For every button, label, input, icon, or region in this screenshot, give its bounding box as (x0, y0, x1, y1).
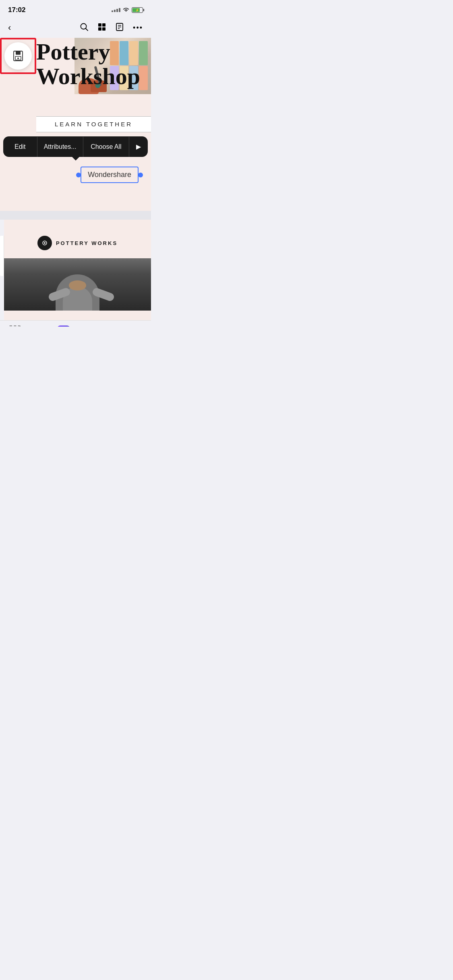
svg-line-1 (86, 28, 88, 31)
context-more-button[interactable]: ▶ (129, 136, 148, 157)
add-text-toolbar: T Add Text ↩ (0, 320, 151, 327)
canvas-page2: POTTERY WORKS (4, 220, 151, 320)
selected-text-area: Wondershare (76, 167, 143, 183)
battery-icon: ⚡ (132, 7, 143, 13)
signal-icon (112, 8, 120, 12)
grid-view-icon[interactable] (97, 23, 106, 33)
svg-rect-4 (98, 27, 101, 31)
svg-rect-2 (98, 23, 101, 27)
svg-rect-5 (102, 27, 105, 31)
context-attributes-button[interactable]: Attributes... (37, 137, 83, 157)
left-page-edge (0, 236, 4, 276)
brand-name-text: POTTERY WORKS (56, 240, 118, 246)
page-separator (0, 211, 151, 220)
back-button[interactable]: ‹ (8, 23, 11, 33)
learn-together-banner: LEARN TOGETHER (36, 116, 151, 132)
status-bar: 17:02 ⚡ (0, 0, 151, 18)
status-time: 17:02 (8, 6, 25, 14)
save-button[interactable] (4, 42, 32, 70)
svg-rect-11 (16, 51, 21, 55)
notes-icon[interactable] (115, 23, 124, 33)
selection-tool-button[interactable] (8, 325, 21, 327)
logo-icon (37, 236, 52, 250)
toolbar: ‹ ••• (0, 18, 151, 38)
pottery-title: Pottery Workshop (36, 40, 140, 89)
context-menu-tail (72, 157, 79, 161)
search-icon[interactable] (80, 23, 89, 33)
wifi-icon (123, 7, 129, 13)
status-icons: ⚡ (112, 7, 143, 13)
selected-text-box: Wondershare (81, 167, 139, 183)
learn-together-text: LEARN TOGETHER (55, 121, 132, 128)
svg-rect-3 (102, 23, 105, 27)
more-options-icon[interactable]: ••• (133, 24, 143, 32)
handle-left[interactable] (76, 173, 81, 177)
add-text-icon: T (57, 325, 70, 327)
toolbar-right: ••• (80, 23, 143, 33)
svg-point-13 (17, 58, 19, 59)
add-text-button[interactable]: T Add Text (57, 325, 100, 327)
save-button-container (0, 38, 36, 74)
pottery-works-logo: POTTERY WORKS (4, 220, 151, 258)
toolbar-left: ‹ (8, 23, 11, 33)
context-menu: Edit Attributes... Choose All ▶ (3, 136, 148, 157)
workshop-title-area: Pottery Workshop (36, 38, 151, 118)
context-edit-button[interactable]: Edit (3, 137, 37, 157)
context-choose-all-button[interactable]: Choose All (83, 137, 129, 157)
pottery-photo (4, 258, 151, 311)
clay-piece (69, 280, 87, 290)
undo-button[interactable]: ↩ (136, 327, 143, 327)
handle-right[interactable] (138, 173, 143, 177)
svg-point-15 (44, 242, 46, 244)
